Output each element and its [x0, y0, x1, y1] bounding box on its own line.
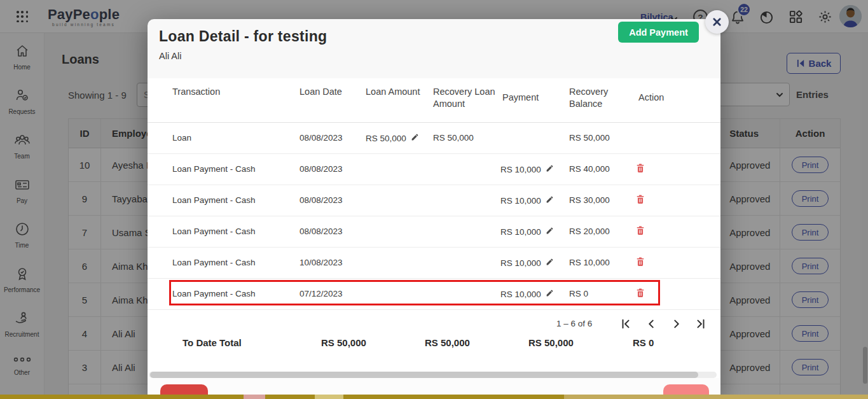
next-page-icon[interactable] — [669, 317, 684, 332]
close-icon[interactable] — [705, 10, 729, 34]
loan-payment-row-highlighted: Loan Payment - Cash 07/12/2023 RS 10,000… — [148, 279, 720, 310]
modal-scrollbar-thumb[interactable] — [150, 372, 698, 378]
edit-pencil-icon[interactable] — [546, 195, 554, 206]
add-payment-button[interactable]: Add Payment — [618, 22, 699, 43]
loan-detail-table: Transaction Loan Date Loan Amount Recove… — [148, 78, 720, 378]
loan-row: Loan 08/08/2023 RS 50,000 RS 50,000 RS 5… — [148, 123, 720, 154]
modal-title: Loan Detail - for testing — [159, 28, 327, 45]
edit-pencil-icon[interactable] — [546, 289, 554, 299]
total-payment: RS 50,000 — [528, 337, 574, 348]
video-progress-bar — [0, 395, 868, 399]
edit-pencil-icon[interactable] — [546, 258, 554, 268]
pagination-range: 1 – 6 of 6 — [556, 319, 592, 328]
loan-detail-table-header: Transaction Loan Date Loan Amount Recove… — [148, 78, 720, 123]
delete-payment-icon[interactable] — [636, 288, 645, 300]
loan-payment-row: Loan Payment - Cash 08/08/2023 RS 10,000… — [148, 185, 720, 216]
last-page-icon[interactable] — [693, 317, 708, 332]
delete-payment-icon[interactable] — [636, 194, 645, 206]
loan-payment-row: Loan Payment - Cash 08/08/2023 RS 10,000… — [148, 154, 720, 185]
total-loan-amount: RS 50,000 — [321, 337, 366, 348]
delete-payment-icon[interactable] — [636, 256, 645, 269]
first-page-icon[interactable] — [618, 317, 633, 332]
delete-payment-icon[interactable] — [636, 225, 645, 237]
prev-page-icon[interactable] — [644, 317, 659, 332]
total-label: To Date Total — [183, 337, 242, 348]
total-recovery-loan-amount: RS 50,000 — [425, 337, 470, 348]
edit-pencil-icon[interactable] — [411, 133, 419, 143]
edit-pencil-icon[interactable] — [546, 164, 554, 174]
loan-detail-modal: Loan Detail - for testing Ali Ali Add Pa… — [148, 19, 720, 399]
progress-segment — [315, 395, 343, 399]
total-recovery-balance: RS 0 — [633, 337, 654, 348]
loan-payment-row: Loan Payment - Cash 10/08/2023 RS 10,000… — [148, 248, 720, 279]
loan-payment-row: Loan Payment - Cash 08/08/2023 RS 10,000… — [148, 216, 720, 248]
delete-payment-icon[interactable] — [636, 163, 645, 175]
modal-subtitle: Ali Ali — [159, 51, 181, 61]
progress-segment — [244, 395, 265, 399]
edit-pencil-icon[interactable] — [546, 227, 554, 237]
modal-horizontal-scrollbar[interactable] — [149, 372, 717, 378]
